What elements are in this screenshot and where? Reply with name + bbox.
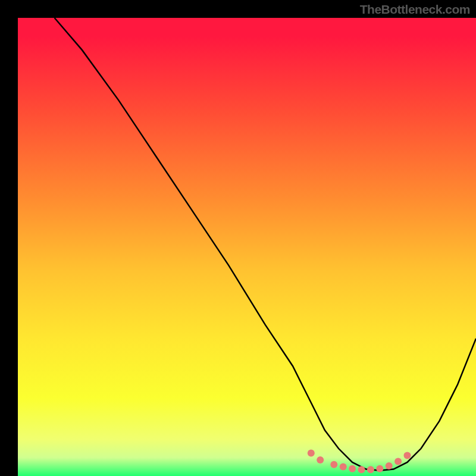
marker-point (330, 461, 337, 468)
watermark: TheBottleneck.com (360, 2, 470, 17)
marker-point (376, 465, 383, 472)
marker-point (349, 465, 356, 472)
gradient-background (18, 18, 476, 476)
marker-point (317, 456, 324, 464)
bottleneck-chart (0, 0, 476, 476)
marker-point (308, 450, 315, 457)
marker-point (340, 464, 347, 471)
marker-point (367, 466, 374, 473)
marker-point (404, 452, 411, 459)
marker-point (386, 462, 393, 469)
marker-point (358, 466, 365, 473)
marker-point (394, 458, 402, 465)
chart-container: TheBottleneck.com (0, 0, 476, 476)
